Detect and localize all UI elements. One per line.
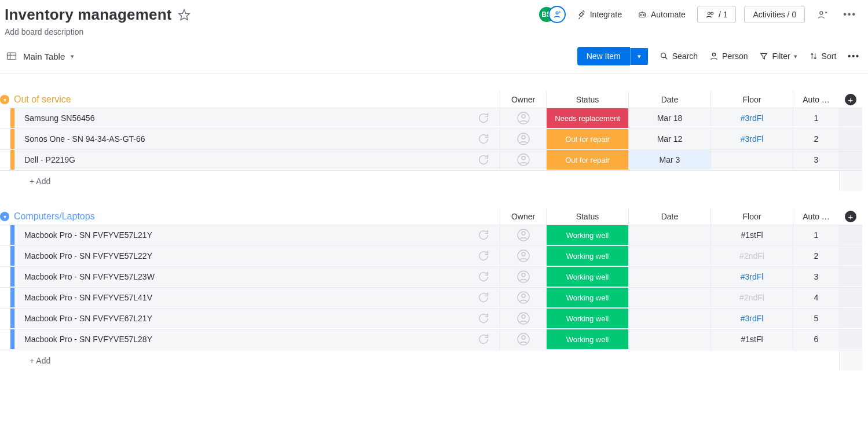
conversation-icon[interactable] (467, 267, 500, 287)
floor-cell[interactable]: #3rdFl (710, 309, 793, 328)
page-title[interactable]: Inventory management (5, 6, 172, 24)
item-name-cell[interactable]: Macbook Pro - SN FVFYVE57L21Y (14, 225, 467, 245)
item-name-cell[interactable]: Dell - P2219G (14, 150, 467, 170)
add-item-row[interactable]: + Add (0, 170, 862, 191)
conversation-icon[interactable] (467, 108, 500, 128)
filter-button[interactable]: Filter ▾ (759, 52, 797, 61)
item-name-cell[interactable]: Macbook Pro - SN FVFYVE57L22Y (14, 246, 467, 266)
conversation-icon[interactable] (467, 129, 500, 149)
status-cell[interactable]: Working well (546, 288, 628, 307)
date-cell[interactable]: Mar 12 (628, 129, 710, 149)
favorite-star-icon[interactable] (178, 9, 191, 21)
add-item-label[interactable]: + Add (14, 177, 50, 186)
integrate-button[interactable]: Integrate (573, 7, 625, 22)
date-cell[interactable] (628, 246, 710, 266)
add-item-row[interactable]: + Add (0, 350, 862, 370)
search-button[interactable]: Search (660, 52, 698, 61)
date-cell[interactable] (628, 288, 710, 307)
status-cell[interactable]: Working well (546, 225, 628, 245)
group-title[interactable]: Computers/Laptops (14, 211, 95, 222)
floor-cell[interactable]: #1stFl (710, 225, 793, 245)
date-cell[interactable]: Mar 18 (628, 108, 710, 128)
avatar-cluster[interactable]: BS (538, 6, 565, 23)
floor-cell[interactable]: #2ndFl (710, 288, 793, 307)
group-collapse-icon[interactable]: ▾ (0, 95, 9, 104)
floor-cell[interactable]: #3rdFl (710, 267, 793, 287)
floor-cell[interactable] (710, 150, 793, 170)
owner-cell[interactable] (500, 246, 546, 266)
add-column[interactable]: + (839, 211, 862, 222)
more-menu-icon[interactable]: ••• (840, 7, 860, 22)
view-more-icon[interactable]: ••• (848, 52, 860, 61)
conversation-icon[interactable] (467, 329, 500, 349)
col-header-auto[interactable]: Auto … (793, 208, 839, 225)
status-cell[interactable]: Out for repair (546, 129, 628, 149)
item-name-cell[interactable]: Samsung SN56456 (14, 108, 467, 128)
owner-cell[interactable] (500, 267, 546, 287)
owner-cell[interactable] (500, 129, 546, 149)
invite-button[interactable]: / 1 (697, 6, 737, 23)
view-selector[interactable]: Main Table ▾ (6, 50, 74, 62)
group-collapse-icon[interactable]: ▾ (0, 212, 9, 221)
conversation-icon[interactable] (467, 288, 500, 307)
view-name: Main Table (23, 52, 65, 61)
svg-point-12 (522, 115, 525, 118)
date-cell[interactable] (628, 225, 710, 245)
floor-cell[interactable]: #3rdFl (710, 129, 793, 149)
new-item-main[interactable]: New Item (577, 47, 630, 65)
add-column[interactable]: + (839, 94, 862, 105)
status-cell[interactable]: Working well (546, 309, 628, 328)
group-title-block[interactable]: ▾ Computers/Laptops (0, 211, 500, 222)
group-title[interactable]: Out of service (14, 94, 71, 105)
conversation-icon[interactable] (467, 225, 500, 245)
col-header-owner[interactable]: Owner (500, 208, 546, 225)
add-item-label[interactable]: + Add (14, 356, 50, 365)
col-header-date[interactable]: Date (628, 208, 710, 225)
owner-cell[interactable] (500, 225, 546, 245)
group-header: ▾ Out of service Owner Status Date Floor… (0, 91, 862, 108)
floor-cell[interactable]: #1stFl (710, 329, 793, 349)
status-cell[interactable]: Working well (546, 267, 628, 287)
activities-button[interactable]: Activities / 0 (744, 6, 805, 23)
col-header-owner[interactable]: Owner (500, 91, 546, 108)
date-cell[interactable] (628, 267, 710, 287)
group-title-block[interactable]: ▾ Out of service (0, 94, 500, 105)
svg-rect-8 (8, 53, 16, 60)
col-header-floor[interactable]: Floor (710, 91, 793, 108)
person-filter-button[interactable]: Person (709, 52, 748, 61)
status-cell[interactable]: Working well (546, 246, 628, 266)
conversation-icon[interactable] (467, 150, 500, 170)
sort-button[interactable]: Sort (809, 52, 837, 61)
status-cell[interactable]: Needs replacement (546, 108, 628, 128)
plus-user-icon[interactable] (813, 6, 832, 23)
conversation-icon[interactable] (467, 246, 500, 266)
date-cell[interactable] (628, 329, 710, 349)
item-name-cell[interactable]: Macbook Pro - SN FVFYVE57L23W (14, 267, 467, 287)
col-header-date[interactable]: Date (628, 91, 710, 108)
col-header-auto[interactable]: Auto … (793, 91, 839, 108)
new-item-dropdown[interactable]: ▾ (630, 48, 648, 65)
auto-cell: 1 (793, 225, 839, 245)
item-name-cell[interactable]: Macbook Pro - SN FVFYVE57L41V (14, 288, 467, 307)
item-name-cell[interactable]: Macbook Pro - SN FVFYVE67L21Y (14, 309, 467, 328)
conversation-icon[interactable] (467, 309, 500, 328)
status-cell[interactable]: Working well (546, 329, 628, 349)
item-name-cell[interactable]: Sonos One - SN 94-34-AS-GT-66 (14, 129, 467, 149)
table-icon (6, 50, 17, 62)
col-header-status[interactable]: Status (546, 91, 628, 108)
floor-cell[interactable]: #3rdFl (710, 108, 793, 128)
owner-cell[interactable] (500, 150, 546, 170)
date-cell[interactable]: Mar 3 (628, 150, 710, 170)
date-cell[interactable] (628, 309, 710, 328)
automate-button[interactable]: Automate (633, 7, 689, 22)
item-name-cell[interactable]: Macbook Pro - SN FVFYVE57L28Y (14, 329, 467, 349)
status-cell[interactable]: Out for repair (546, 150, 628, 170)
owner-cell[interactable] (500, 288, 546, 307)
owner-cell[interactable] (500, 108, 546, 128)
col-header-floor[interactable]: Floor (710, 208, 793, 225)
col-header-status[interactable]: Status (546, 208, 628, 225)
owner-cell[interactable] (500, 309, 546, 328)
board-description[interactable]: Add board description (5, 27, 191, 36)
owner-cell[interactable] (500, 329, 546, 349)
floor-cell[interactable]: #2ndFl (710, 246, 793, 266)
